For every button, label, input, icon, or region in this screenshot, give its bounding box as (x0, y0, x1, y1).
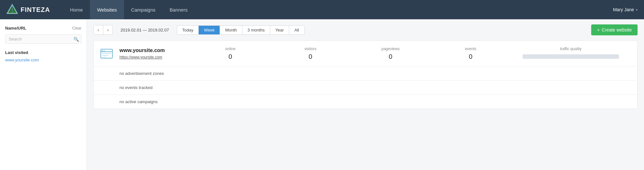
sub-row-2: no active campaigns (94, 95, 637, 109)
search-wrap: 🔍 (5, 34, 81, 44)
pageviews-label: pageviews (350, 47, 431, 51)
nav-campaigns[interactable]: Campaigns (124, 0, 163, 19)
stat-events: events 0 (431, 47, 511, 60)
filter-label: Name/URL (5, 26, 26, 31)
stat-online: online 0 (190, 47, 270, 60)
nav-banners[interactable]: Banners (163, 0, 195, 19)
svg-rect-7 (104, 50, 105, 51)
logo-text: FINTEZA (21, 6, 50, 13)
prev-date-btn[interactable]: ‹ (94, 25, 103, 34)
tab-3months[interactable]: 3 months (242, 26, 270, 34)
create-btn-icon: + (597, 27, 600, 32)
visitors-label: visitors (270, 47, 351, 51)
website-icon (100, 47, 113, 60)
website-card: www.yoursite.com https://www.yoursite.co… (93, 40, 638, 109)
last-visited-link[interactable]: www.yoursite.com (5, 58, 81, 62)
stat-visitors: visitors 0 (270, 47, 351, 60)
events-value: 0 (431, 53, 511, 60)
tab-week[interactable]: Week (199, 26, 220, 34)
events-label: events (431, 47, 511, 51)
sub-row-0: no advertisement zones (94, 67, 637, 81)
stat-pageviews: pageviews 0 (350, 47, 431, 60)
page-body: Name/URL Clear 🔍 Last visited www.yoursi… (0, 19, 644, 170)
logo-area: FINTEZA (6, 4, 50, 15)
visitors-value: 0 (270, 53, 351, 60)
topnav: FINTEZA Home Websites Campaigns Banners … (0, 0, 644, 19)
search-input[interactable] (5, 34, 81, 44)
website-url[interactable]: https://www.yoursite.com (119, 55, 162, 59)
svg-rect-8 (102, 53, 111, 54)
online-label: online (190, 47, 270, 51)
next-date-btn[interactable]: › (103, 25, 113, 34)
create-website-button[interactable]: + Create website (591, 24, 638, 35)
finteza-logo-icon (6, 4, 18, 15)
website-header-row: www.yoursite.com https://www.yoursite.co… (94, 41, 637, 67)
nav-user-menu[interactable]: Mary Jane ▾ (613, 7, 638, 12)
website-info: www.yoursite.com https://www.yoursite.co… (119, 48, 184, 59)
website-name: www.yoursite.com (119, 48, 184, 53)
date-range: 2019.02.01 — 2019.02.07 (116, 28, 173, 32)
tab-year[interactable]: Year (270, 26, 289, 34)
user-name: Mary Jane (613, 7, 634, 12)
svg-rect-6 (102, 50, 103, 51)
stats-area: online 0 visitors 0 pageviews 0 events 0 (190, 47, 631, 60)
tab-month[interactable]: Month (220, 26, 242, 34)
last-visited-label: Last visited (5, 50, 81, 55)
nav-websites[interactable]: Websites (90, 0, 124, 19)
pageviews-value: 0 (350, 53, 431, 60)
create-btn-label: Create website (602, 27, 632, 32)
traffic-quality-label: traffic quality (511, 47, 631, 51)
sidebar: Name/URL Clear 🔍 Last visited www.yoursi… (0, 19, 87, 170)
period-tabs: Today Week Month 3 months Year All (177, 25, 305, 35)
sub-row-1: no events tracked (94, 81, 637, 95)
traffic-quality-col: traffic quality (511, 47, 631, 59)
user-menu-chevron: ▾ (636, 8, 638, 12)
main-content: ‹ › 2019.02.01 — 2019.02.07 Today Week M… (87, 19, 644, 170)
traffic-quality-bar (523, 54, 619, 59)
tab-today[interactable]: Today (177, 26, 199, 34)
svg-rect-9 (102, 55, 109, 56)
filter-label-row: Name/URL Clear (5, 26, 81, 32)
date-nav: ‹ › (93, 25, 113, 35)
online-value: 0 (190, 53, 270, 60)
tab-all[interactable]: All (289, 26, 304, 34)
svg-rect-10 (102, 57, 107, 58)
nav-home[interactable]: Home (63, 0, 90, 19)
toolbar: ‹ › 2019.02.01 — 2019.02.07 Today Week M… (93, 24, 638, 35)
search-icon: 🔍 (73, 37, 79, 42)
nav-links: Home Websites Campaigns Banners (63, 0, 613, 19)
clear-filter-link[interactable]: Clear (72, 26, 81, 31)
